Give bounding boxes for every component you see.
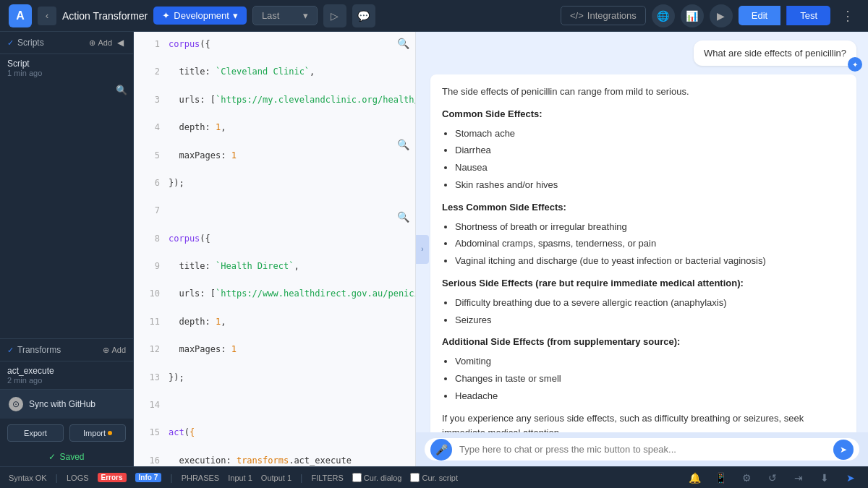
additional-side-effects-title: Additional Side Effects (from supplement…	[442, 335, 845, 350]
sidebar-script-search: 🔍	[0, 82, 133, 98]
transforms-section: ✓ Transforms ⊕ Add act_execute 2 min ago	[0, 338, 133, 389]
export-button[interactable]: Export	[7, 424, 64, 442]
code-line: 16 execution: transforms.act_execute	[134, 454, 415, 466]
edit-button[interactable]: Edit	[739, 6, 780, 25]
list-item: Skin rashes and/or hives	[455, 178, 845, 193]
sync-label: Sync with GitHub	[29, 399, 95, 409]
user-message-text: What are side effects of penicillin?	[704, 48, 846, 59]
syntax-ok: Syntax OK	[9, 474, 47, 482]
cur-dialog-check[interactable]: Cur. dialog	[352, 473, 402, 482]
info-badge: Info 7	[135, 473, 162, 482]
list-item: Seizures	[455, 313, 845, 328]
dev-icon: ✦	[162, 10, 170, 21]
list-item: Abdominal cramps, spasms, tenderness, or…	[455, 236, 845, 252]
input-check: Input 1	[228, 474, 252, 482]
user-message-wrap: What are side effects of penicillin? ✦	[430, 40, 856, 66]
cur-script-checkbox[interactable]	[410, 473, 420, 482]
import-notification-dot	[108, 431, 112, 435]
sidebar-item-transform[interactable]: act_execute 2 min ago	[0, 361, 133, 389]
sync-github-row: ⊙ Sync with GitHub	[0, 390, 133, 419]
less-common-side-effects-list: Shortness of breath or irregular breathi…	[442, 220, 845, 269]
code-line: 3 urls: [`https://my.clevelandclinic.org…	[134, 93, 415, 107]
filters-label: FILTERS	[311, 474, 343, 482]
divider: |	[300, 472, 302, 483]
response-intro: The side effects of penicillin can range…	[442, 85, 845, 100]
code-line: 2 title: `Cleveland Clinic`,	[134, 65, 415, 79]
download-icon-button[interactable]: ⬇	[816, 469, 833, 487]
notification-icon-button[interactable]: 🔔	[686, 469, 703, 487]
send-status-icon-button[interactable]: ➤	[842, 469, 859, 487]
cur-dialog-checkbox[interactable]	[352, 473, 362, 482]
code-line: 14	[134, 398, 415, 412]
list-item: Shortness of breath or irregular breathi…	[455, 220, 845, 235]
output-check: Output 1	[261, 474, 292, 482]
mobile-icon-button[interactable]: 📱	[712, 469, 729, 487]
plus-icon: ⊕	[103, 346, 109, 355]
errors-badge: Errors	[98, 473, 127, 482]
send-button[interactable]: ➤	[833, 440, 854, 460]
bot-response: The side effects of penicillin can range…	[430, 74, 856, 432]
list-item: Headache	[455, 389, 845, 404]
integrations-button[interactable]: </> Integrations	[561, 6, 646, 25]
dev-button[interactable]: ✦ Development ▾	[153, 7, 247, 25]
code-line: 11 depth: 1,	[134, 315, 415, 329]
less-common-side-effects-title: Less Common Side Effects:	[442, 200, 845, 215]
code-line: 6});	[134, 176, 415, 190]
code-search-icon-1[interactable]: 🔍	[397, 38, 409, 49]
chevron-down-icon: ▾	[303, 10, 308, 21]
code-line: 7	[134, 204, 415, 218]
github-icon: ⊙	[9, 397, 23, 411]
refresh-icon-button[interactable]: ↺	[764, 469, 781, 487]
common-side-effects-list: Stomach ache Diarrhea Nausea Skin rashes…	[442, 127, 845, 193]
code-editor[interactable]: 🔍 🔍 🔍 1corpus({ 2 title: `Cleveland Clin…	[134, 32, 416, 466]
import-button[interactable]: Import	[69, 424, 126, 442]
code-line: 10 urls: [`https://www.healthdirect.gov.…	[134, 287, 415, 301]
code-search-icon-2[interactable]: 🔍	[397, 139, 409, 150]
divider: |	[170, 472, 172, 483]
code-line: 1corpus({	[134, 38, 415, 51]
mic-button[interactable]: 🎤	[430, 439, 452, 461]
chat-panel: › What are side effects of penicillin? ✦…	[416, 32, 868, 466]
search-icon-button[interactable]: 🔍	[116, 85, 127, 95]
list-item: Nausea	[455, 160, 845, 176]
list-item: Vomiting	[455, 354, 845, 369]
chat-icon-button[interactable]: 💬	[352, 4, 375, 27]
globe-button[interactable]: 🌐	[652, 4, 675, 27]
list-item: Diarrhea	[455, 143, 845, 158]
saved-row: ✓ Saved	[0, 448, 133, 466]
chevron-down-icon: ▾	[233, 10, 238, 21]
code-search-icon-3[interactable]: 🔍	[397, 211, 409, 223]
sidebar-item-script[interactable]: Script 1 min ago	[0, 54, 133, 82]
top-nav: A ‹ Action Transformer ✦ Development ▾ L…	[0, 0, 868, 32]
video-button[interactable]: ▶	[710, 4, 733, 27]
collapse-chat-button[interactable]: ›	[416, 235, 429, 264]
arrow-icon-button[interactable]: ⇥	[790, 469, 807, 487]
app-title: Action Transformer	[62, 10, 148, 22]
main-layout: ✓ Scripts ⊕ Add ◀ Script 1 min ago 🔍 ✓	[0, 32, 868, 466]
back-button[interactable]: ‹	[38, 7, 56, 25]
scripts-collapse-button[interactable]: ◀	[115, 38, 126, 48]
chat-input-area: 🎤 ➤	[416, 432, 868, 466]
transforms-add-button[interactable]: ⊕ Add	[103, 346, 126, 355]
additional-side-effects-list: Vomiting Changes in taste or smell Heada…	[442, 354, 845, 403]
divider: |	[56, 472, 58, 483]
test-button[interactable]: Test	[786, 6, 830, 25]
list-item: Vaginal itching and discharge (due to ye…	[455, 254, 845, 269]
serious-side-effects-list: Difficulty breathing due to a severe all…	[442, 296, 845, 328]
menu-button[interactable]: ⋮	[836, 4, 859, 27]
chart-button[interactable]: 📊	[681, 4, 704, 27]
response-footer: If you experience any serious side effec…	[442, 411, 845, 432]
cur-script-check[interactable]: Cur. script	[410, 473, 458, 482]
last-button[interactable]: Last ▾	[252, 6, 318, 25]
scripts-check-icon: ✓	[7, 38, 14, 48]
code-line: 8corpus({	[134, 232, 415, 246]
transforms-check-icon: ✓	[7, 346, 14, 355]
user-bubble: What are side effects of penicillin? ✦	[694, 40, 856, 66]
chat-input[interactable]	[459, 444, 830, 455]
play-icon-button[interactable]: ▷	[323, 4, 346, 27]
export-import-row: Export Import	[0, 419, 133, 448]
code-icon: </>	[570, 10, 584, 21]
scripts-add-button[interactable]: ⊕ Add	[89, 38, 112, 48]
settings-icon-button[interactable]: ⚙	[738, 469, 755, 487]
code-content: 1corpus({ 2 title: `Cleveland Clinic`, 3…	[134, 32, 415, 466]
